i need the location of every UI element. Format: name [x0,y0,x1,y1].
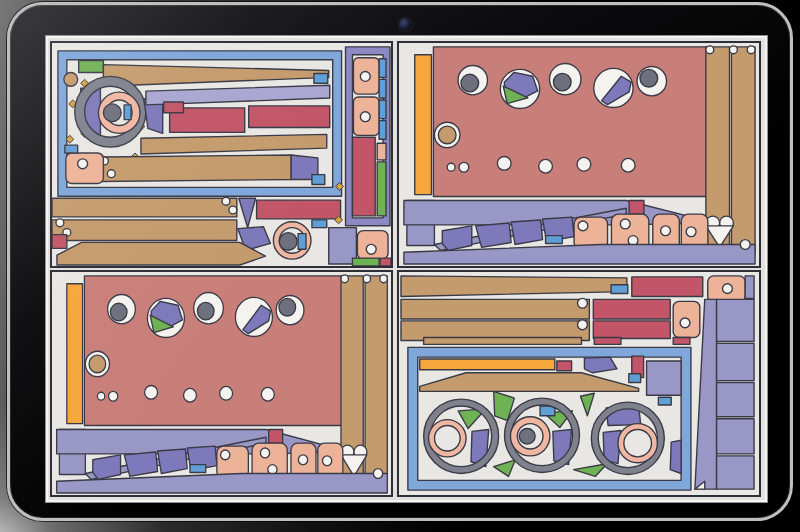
white-nested-part [78,159,88,169]
grayDot-nested-part [110,303,127,321]
white-nested-part [740,240,750,250]
rose-nested-part [594,338,621,345]
white-nested-part [620,219,630,229]
blueSmall-nested-part [312,175,325,185]
purple-nested-part [124,452,157,476]
rose-nested-part [673,338,690,345]
tan-nested-part [438,126,456,144]
white-nested-part [298,455,307,465]
blueSmall-nested-part [312,220,327,228]
sheet-bottom-left-canvas [52,272,391,495]
white-nested-part [577,157,591,171]
sheet-bottom-right[interactable] [397,270,761,497]
tablet-device [7,2,793,521]
tan-nested-part [424,338,582,345]
white-nested-part [360,71,370,81]
white-nested-part [747,46,755,54]
white-nested-part [97,392,104,400]
white-nested-part [661,226,671,236]
grayDot-nested-part [197,302,214,320]
blueSmall-nested-part [314,73,328,83]
blueSmall-nested-part [379,121,386,140]
tablet-screen[interactable] [48,38,765,500]
lavender-nested-part [717,343,754,380]
blueSmall-nested-part [190,465,206,473]
blueSmall-nested-part [658,397,671,405]
blueSmall-nested-part [379,79,386,98]
white-nested-part [366,244,376,254]
rose-nested-part [352,137,375,216]
grayDot-nested-part [461,74,479,92]
blueSmall-nested-part [546,236,563,244]
purple-nested-part [476,223,511,247]
rose-nested-part [557,361,572,371]
white-nested-part [363,275,370,283]
lavender-nested-part [717,419,754,454]
purple-nested-part [158,449,188,473]
background [0,0,800,532]
white-nested-part [322,456,331,466]
green-nested-part [79,61,104,73]
purple-nested-part [442,226,472,250]
green-nested-part [377,162,386,216]
lavender-nested-part [717,456,754,489]
white-nested-part [578,320,588,330]
white-nested-part [221,450,230,460]
rose-nested-part [632,277,703,297]
rose-nested-part [52,235,67,249]
orange-nested-part [420,359,555,370]
tan-nested-part [89,355,106,373]
rose-nested-part [380,258,391,266]
white-nested-part [706,46,714,54]
white-nested-part [686,227,696,237]
white-nested-part [109,391,118,401]
rose-nested-part [629,200,644,214]
sheet-top-right[interactable] [397,41,761,268]
tan-nested-part [401,276,627,297]
white-nested-part [459,162,469,172]
rose-nested-part [269,429,283,443]
rose-nested-part [164,102,184,113]
blueSmall-nested-part [298,234,306,250]
grayDot-nested-part [519,428,535,444]
white-nested-part [729,46,737,54]
sheet-bottom-right-canvas [399,272,759,495]
white-nested-part [380,275,387,283]
white-nested-part [145,385,158,399]
white-nested-part [229,206,237,214]
white-nested-part [220,386,233,400]
rose-nested-part [593,299,670,319]
purple-nested-part [670,440,681,473]
grayDot-nested-part [553,73,571,91]
white-nested-part [680,318,690,328]
blueSmall-nested-part [124,105,131,120]
blueSmall-nested-part [379,59,386,78]
rose-nested-part [249,106,330,128]
green-nested-part [352,258,379,266]
white-nested-part [447,163,455,171]
white-nested-part [341,275,348,283]
tan-nested-part [52,220,237,241]
sheet-top-left[interactable] [50,41,393,268]
white-nested-part [260,448,269,458]
blueSmall-nested-part [611,285,628,294]
lavender-nested-part [717,383,754,417]
white-nested-part [539,159,553,173]
salmonTab-nested-part [377,143,386,160]
grayDot-nested-part [103,104,121,122]
purple-nested-part [93,455,121,479]
lavender-nested-part [717,299,754,341]
white-nested-part [56,219,64,227]
tan-nested-part [401,299,589,319]
orange-nested-part [67,284,83,424]
tan-nested-part [57,242,266,265]
tan-nested-part [64,72,78,86]
white-nested-part [578,298,588,308]
white-nested-part [373,469,382,479]
sheet-bottom-left[interactable] [50,270,393,497]
grayDot-nested-part [279,233,297,251]
purple-nested-part [511,220,542,244]
white-nested-part [222,197,230,205]
sheet-top-right-canvas [399,43,759,266]
tan-nested-part [365,276,387,483]
